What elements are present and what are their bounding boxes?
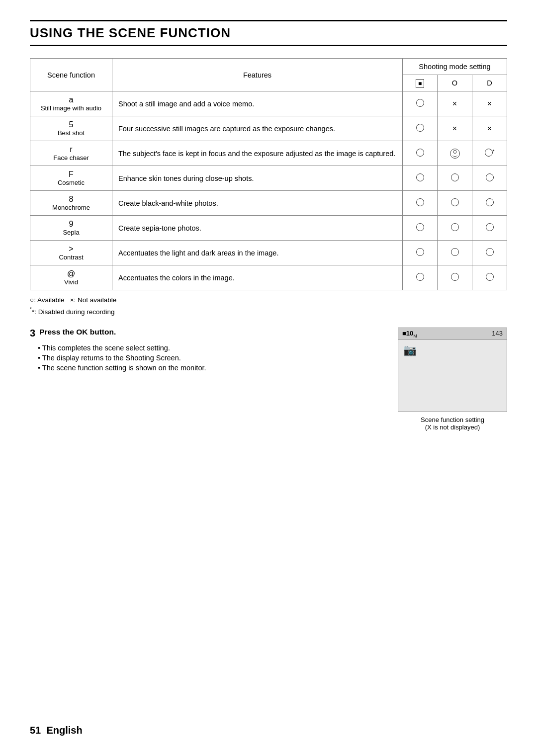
table-mode-cell [472,265,507,290]
table-row: 5Best shot [30,116,112,141]
col-header-o: O [438,75,472,91]
table-mode-cell [403,166,438,191]
bullet-item: This completes the scene select setting. [38,344,378,352]
table-mode-cell: × [438,91,472,116]
table-mode-cell [403,116,438,141]
col-header-shooting: Shooting mode setting [403,59,507,75]
table-mode-cell [438,191,472,216]
table-features-cell: Enhance skin tones during close-up shots… [112,166,403,191]
table-mode-cell [403,91,438,116]
table-mode-cell [438,265,472,290]
preview-scene-icon: 📷 [398,340,507,361]
table-mode-cell [472,241,507,265]
col-header-features: Features [112,59,403,91]
table-mode-cell [438,241,472,265]
table-features-cell: Accentuates the colors in the image. [112,265,403,290]
table-features-cell: Accentuates the light and dark areas in … [112,241,403,265]
table-row: @Vivid [30,265,112,290]
table-mode-cell: × [472,91,507,116]
col-header-scene: Scene function [30,59,112,91]
preview-top-right: 143 [492,330,503,338]
table-features-cell: Create black-and-white photos. [112,191,403,216]
table-mode-cell [403,216,438,241]
table-mode-cell [403,141,438,166]
table-row: FCosmetic [30,166,112,191]
table-mode-cell [438,141,472,166]
page-number: 51 English [30,725,83,736]
table-mode-cell [472,166,507,191]
table-row: rFace chaser [30,141,112,166]
table-row: >Contrast [30,241,112,265]
preview-caption: Scene function setting (X is not display… [398,416,507,431]
col-header-cam: ■ [403,75,438,91]
table-mode-cell: × [438,116,472,141]
table-mode-cell [472,191,507,216]
table-mode-cell: × [472,116,507,141]
table-mode-cell [472,216,507,241]
step3-section: 3 Press the OK button. This completes th… [30,328,507,431]
table-features-cell: Create sepia-tone photos. [112,216,403,241]
bullet-item: The display returns to the Shooting Scre… [38,354,378,362]
col-header-d: D [472,75,507,91]
step-title: Press the OK button. [39,328,116,336]
table-mode-cell: * [472,141,507,166]
table-mode-cell [438,216,472,241]
legend-available: ○: Available ×: Not available [30,296,507,304]
table-mode-cell [403,265,438,290]
table-mode-cell [438,166,472,191]
table-features-cell: Four successive still images are capture… [112,116,403,141]
step3-bullets: This completes the scene select setting.… [30,344,378,372]
table-row: 9Sepia [30,216,112,241]
table-features-cell: Shoot a still image and add a voice memo… [112,91,403,116]
scene-function-table: Scene function Features Shooting mode se… [30,58,507,290]
table-mode-cell [403,191,438,216]
page-title: USING THE SCENE FUNCTION [30,20,507,46]
camera-preview: ■10M 143 📷 [398,328,507,412]
table-features-cell: The subject's face is kept in focus and … [112,141,403,166]
table-row: aStill image with audio [30,91,112,116]
table-mode-cell [403,241,438,265]
bullet-item: The scene function setting is shown on t… [38,364,378,372]
step-number: 3 [30,328,35,339]
preview-top-left: ■10M [402,330,417,338]
legend-asterisk: **: Disabled during recording [30,307,507,316]
table-row: 8Monochrome [30,191,112,216]
